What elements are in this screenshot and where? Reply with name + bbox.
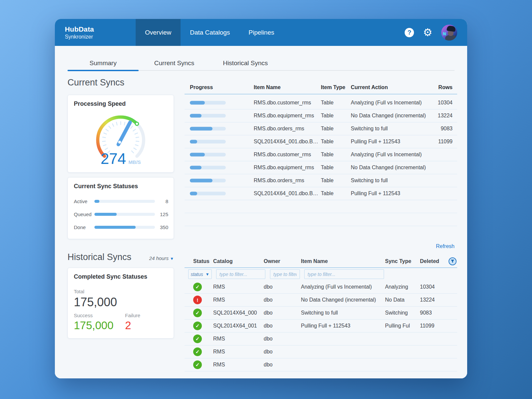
empty-row — [185, 200, 457, 213]
col-catalog: Catalog — [213, 258, 233, 264]
completed-card-title: Completed Sync Statuses — [74, 273, 147, 280]
owner-filter-input[interactable] — [270, 269, 300, 279]
row-progress-track — [190, 101, 226, 105]
row-rows-count: 10304 — [438, 100, 453, 106]
status-bar-fill — [94, 226, 136, 229]
success-value: 175,000 — [74, 319, 113, 332]
historical-syncs-title: Historical Syncs — [67, 252, 131, 262]
main-content: SummaryCurrent SyncsHistorical Syncs Cur… — [55, 46, 467, 378]
completed-sync-statuses-card: Completed Sync Statuses Total 175,000 Su… — [67, 268, 174, 338]
current-sync-row: RMS.dbo.customer_rmsTableAnalyzing (Full… — [185, 148, 457, 161]
nav-tab-pipelines[interactable]: Pipelines — [239, 19, 284, 46]
current-syncs-title: Current Syncs — [67, 77, 124, 88]
row-deleted-count: 9083 — [420, 310, 432, 316]
row-item-name: RMS.dbo.customer_rms — [254, 100, 311, 106]
row-current-action: Switching to full — [351, 126, 388, 132]
status-bar-value: 350 — [155, 224, 168, 230]
row-current-action: Pulling Full + 112543 — [351, 139, 400, 145]
row-progress-fill — [190, 153, 205, 157]
gauge-end-dot — [135, 122, 139, 125]
row-owner: dbo — [264, 336, 273, 342]
help-icon[interactable]: ? — [405, 28, 414, 37]
row-sync-type: No Data — [385, 297, 405, 303]
nav-tab-overview[interactable]: Overview — [136, 19, 181, 46]
row-rows-count: 11099 — [438, 139, 453, 145]
status-bar-value: 8 — [155, 199, 168, 204]
row-item-type: Table — [321, 113, 333, 119]
row-owner: dbo — [264, 349, 273, 355]
row-current-action: Switching to full — [351, 178, 388, 184]
row-catalog: RMS — [213, 362, 225, 368]
row-progress-fill — [190, 127, 212, 131]
col-progress: Progress — [190, 84, 213, 90]
status-bar-track — [94, 213, 155, 216]
row-item-type: Table — [321, 100, 333, 106]
row-progress-track — [190, 166, 226, 170]
gauge-readout: 274 MB/S — [68, 150, 174, 168]
user-avatar[interactable]: N — [441, 25, 457, 41]
row-current-action: No Data Changed (incremental) — [351, 165, 426, 171]
col-item-name: Item Name — [254, 84, 281, 90]
current-sync-row: SQL2014X64_001.dbo.B…TablePulling Full +… — [185, 135, 457, 148]
status-error-icon: ! — [193, 296, 202, 304]
row-item-type: Table — [321, 178, 333, 184]
row-progress-track — [190, 153, 226, 157]
nav-tabs: OverviewData CatalogsPipelines — [136, 19, 284, 46]
row-item-name: RMS.dbo.orders_rms — [254, 126, 304, 132]
col-deleted: Deleted — [420, 258, 439, 264]
row-progress-fill — [190, 179, 212, 183]
row-hist-item-name: No Data Changed (incremental) — [301, 297, 376, 303]
historical-syncs-heading-row: Historical Syncs 24 hours ▼ — [67, 252, 174, 262]
status-bar-fill — [94, 200, 99, 203]
status-bar-label: Queued — [74, 211, 94, 217]
status-bar-row: Done350 — [74, 223, 168, 231]
historical-sync-row: !RMSdboNo Data Changed (incremental)No D… — [185, 294, 457, 307]
subtab-summary[interactable]: Summary — [67, 56, 139, 70]
status-success-icon: ✓ — [193, 360, 202, 369]
row-item-name: RMS.dbo.customer_rms — [254, 152, 311, 158]
filter-row: status ▼ — [185, 269, 457, 280]
row-sync-type: Analyzing — [385, 284, 408, 290]
col-current-action: Current Action — [351, 84, 388, 90]
historical-table-header: Status Catalog Owner Item Name Sync Type… — [185, 255, 457, 268]
historical-sync-row: ✓RMSdbo — [185, 332, 457, 345]
status-bar-label: Done — [74, 224, 94, 230]
item-name-filter-input[interactable] — [304, 269, 384, 279]
funnel-icon — [451, 259, 455, 263]
row-progress-track — [190, 114, 226, 118]
chevron-down-icon: ▼ — [170, 256, 174, 261]
speed-card-title: Processing Speed — [74, 100, 126, 107]
status-success-icon: ✓ — [193, 334, 202, 343]
status-bar-value: 125 — [155, 211, 168, 217]
total-label: Total — [74, 289, 84, 294]
row-item-type: Table — [321, 165, 333, 171]
current-syncs-table-header: Progress Item Name Item Type Current Act… — [185, 81, 457, 94]
row-owner: dbo — [264, 323, 273, 329]
row-item-type: Table — [321, 126, 333, 132]
row-current-action: No Data Changed (incremental) — [351, 113, 426, 119]
filter-button[interactable] — [449, 257, 457, 265]
status-bars: Active8Queued125Done350 — [74, 197, 168, 236]
row-deleted-count: 11099 — [420, 323, 434, 329]
col-hist-item-name: Item Name — [301, 258, 328, 264]
row-catalog: RMS — [213, 284, 225, 290]
empty-row — [185, 213, 457, 226]
gear-icon[interactable]: ⚙ — [423, 27, 432, 38]
catalog-filter-input[interactable] — [216, 269, 265, 279]
row-catalog: SQL2014X64_000 — [213, 310, 257, 316]
current-sync-statuses-card: Current Sync Statuses Active8Queued125Do… — [67, 177, 174, 239]
status-success-icon: ✓ — [193, 283, 202, 291]
refresh-link[interactable]: Refresh — [436, 243, 455, 249]
current-sync-row: RMS.dbo.equipment_rmsTableNo Data Change… — [185, 109, 457, 122]
nav-actions: ? ⚙ N — [405, 19, 467, 46]
nav-tab-data-catalogs[interactable]: Data Catalogs — [181, 19, 239, 46]
row-progress-track — [190, 192, 226, 196]
status-filter-select[interactable]: status ▼ — [188, 269, 212, 279]
row-progress-track — [190, 127, 226, 131]
row-owner: dbo — [264, 310, 273, 316]
status-bar-fill — [94, 213, 117, 216]
time-range-dropdown[interactable]: 24 hours ▼ — [149, 255, 174, 261]
row-item-name: SQL2014X64_001.dbo.B… — [254, 191, 318, 197]
brand: HubData Synkronizer — [55, 19, 136, 46]
time-range-label: 24 hours — [149, 255, 169, 261]
